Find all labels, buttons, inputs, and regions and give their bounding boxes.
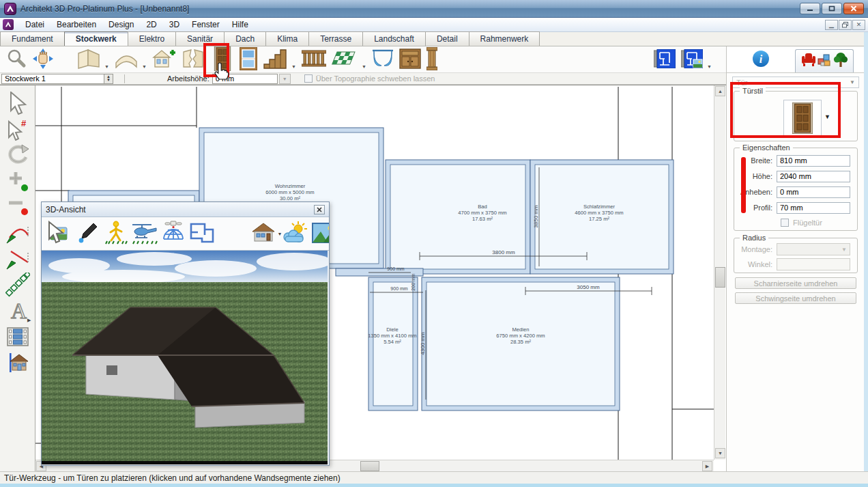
tab-sanitaer[interactable]: Sanitär: [175, 31, 225, 46]
plan-3d-dropdown-arrow[interactable]: ▼: [706, 47, 712, 72]
viewer-select-button[interactable]: [44, 219, 73, 248]
breite-input[interactable]: [777, 155, 850, 167]
scroll-thumb[interactable]: [360, 461, 379, 471]
pan-tool-button[interactable]: [30, 47, 56, 72]
fluegeltuer-checkbox[interactable]: [781, 219, 789, 227]
anheben-input[interactable]: [777, 186, 850, 198]
animation-tool-button[interactable]: [3, 324, 33, 350]
viewer-3d-render[interactable]: [42, 250, 329, 464]
flip-swing-button[interactable]: Schwingseite umdrehen: [735, 292, 856, 304]
railing-icon: [302, 49, 326, 70]
flooring-dropdown-arrow[interactable]: ▼: [361, 47, 367, 72]
viewer-eyedropper-button[interactable]: [73, 219, 102, 248]
floor-level-value: Stockwerk 1: [5, 74, 46, 83]
house-icon: [250, 221, 278, 247]
work-height-dropdown-arrow[interactable]: ▼: [279, 74, 291, 84]
viewer-helicopter-button[interactable]: [130, 219, 159, 248]
menu-hilfe[interactable]: Hilfe: [226, 18, 255, 31]
multi-copy-tool-button[interactable]: [3, 273, 33, 298]
plan-view-button[interactable]: [652, 47, 678, 72]
zoom-tool-button[interactable]: [4, 47, 29, 72]
tab-object-library[interactable]: [795, 49, 854, 72]
stairs-tool-button[interactable]: [261, 47, 289, 72]
tab-terrasse[interactable]: Terrasse: [308, 31, 363, 46]
viewer-daylight-button[interactable]: [280, 219, 309, 248]
add-point-tool-button[interactable]: [3, 169, 33, 195]
canvas-vertical-scrollbar[interactable]: ▲ ▼: [714, 85, 725, 460]
tab-stockwerk[interactable]: Stockwerk: [64, 31, 128, 46]
tab-klima[interactable]: Klima: [265, 31, 309, 46]
curtain-tool-button[interactable]: [370, 47, 396, 72]
wall-break-tool-button[interactable]: [180, 47, 206, 72]
chevron-down-icon: ▼: [850, 79, 855, 85]
mdi-minimize-button[interactable]: ▁: [825, 20, 838, 30]
tab-elektro[interactable]: Elektro: [128, 31, 176, 46]
scroll-up-arrow[interactable]: ▲: [715, 86, 725, 96]
curved-wall-dropdown-arrow[interactable]: ▼: [141, 47, 147, 72]
menu-bearbeiten[interactable]: Bearbeiten: [50, 18, 102, 31]
select-tool-button[interactable]: [3, 91, 33, 117]
stairs-dropdown-arrow[interactable]: ▼: [291, 47, 297, 72]
edit-arc-tool-button[interactable]: [3, 221, 33, 247]
minimize-button[interactable]: [800, 3, 820, 14]
profil-input[interactable]: [777, 202, 850, 214]
viewer-3d-titlebar[interactable]: 3D-Ansicht: [42, 202, 329, 217]
scroll-down-arrow[interactable]: ▼: [715, 448, 725, 458]
viewer-close-button[interactable]: [314, 205, 325, 214]
add-room-tool-button[interactable]: [150, 47, 179, 72]
door-style-dropdown-arrow[interactable]: ▼: [824, 113, 830, 120]
mdi-restore-button[interactable]: [839, 20, 852, 30]
menu-design[interactable]: Design: [102, 18, 140, 31]
tab-detail[interactable]: Detail: [425, 31, 469, 46]
viewer-background-button[interactable]: [309, 219, 329, 248]
menu-3d[interactable]: 3D: [163, 18, 186, 31]
tab-dach[interactable]: Dach: [224, 31, 266, 46]
scroll-right-arrow[interactable]: ▶: [702, 461, 712, 471]
text-submenu-arrow[interactable]: ▶: [27, 318, 31, 323]
flip-hinge-button[interactable]: Scharnierseite umdrehen: [735, 277, 856, 289]
wall-tool-button[interactable]: [75, 47, 102, 72]
menu-2d[interactable]: 2D: [140, 18, 162, 31]
hand-cursor-icon: [214, 62, 230, 82]
menu-fenster[interactable]: Fenster: [186, 18, 226, 31]
wall-dropdown-arrow[interactable]: ▼: [104, 47, 110, 72]
tab-info[interactable]: i: [727, 50, 795, 70]
floor-level-spinner[interactable]: ▲▼: [104, 74, 113, 83]
flooring-tool-button[interactable]: [330, 47, 360, 72]
stairs-icon: [263, 48, 287, 72]
menu-datei[interactable]: Datei: [19, 18, 50, 31]
edit-segment-tool-button[interactable]: [3, 247, 33, 273]
dim-label: 3800 mm: [492, 249, 515, 255]
restore-button[interactable]: [822, 3, 842, 14]
topography-checkbox[interactable]: [304, 74, 313, 83]
text-tool-button[interactable]: A▶: [3, 298, 33, 324]
hoehe-input[interactable]: [777, 171, 850, 182]
select-group-tool-button[interactable]: #: [3, 117, 33, 143]
plan-tab-bar: Fundament Stockwerk Elektro Sanitär Dach…: [0, 32, 868, 46]
viewer-house-style-button[interactable]: ▼: [252, 219, 280, 248]
viewer-walkthrough-button[interactable]: [102, 219, 130, 248]
viewer-orbit-camera-button[interactable]: [159, 219, 188, 248]
window-tool-button[interactable]: [237, 47, 259, 72]
remove-point-tool-button[interactable]: [3, 195, 33, 221]
mdi-close-button[interactable]: ✕: [852, 20, 865, 30]
door-style-preview-button[interactable]: [783, 100, 822, 138]
tab-fundament[interactable]: Fundament: [0, 31, 65, 46]
tab-rahmenwerk[interactable]: Rahmenwerk: [469, 31, 540, 46]
plan-3d-view-button[interactable]: [679, 47, 705, 72]
house-view-tool-button[interactable]: [3, 350, 33, 376]
tab-landschaft[interactable]: Landschaft: [362, 31, 426, 46]
close-button[interactable]: [843, 3, 864, 14]
viewer-plan-view-button[interactable]: [188, 219, 216, 248]
door-style-icon: [792, 102, 813, 136]
rotate-tool-button[interactable]: [3, 143, 33, 169]
cabinet-tool-button[interactable]: [397, 47, 423, 72]
viewer-3d-window[interactable]: 3D-Ansicht ▼: [41, 201, 330, 466]
curved-wall-tool-button[interactable]: [113, 47, 140, 72]
scroll-thumb[interactable]: [715, 267, 725, 288]
viewer-3d-toolbar: ▼: [42, 217, 329, 250]
railing-tool-button[interactable]: [300, 47, 328, 72]
floor-level-select[interactable]: Stockwerk 1 ▲▼: [1, 74, 113, 84]
column-tool-button[interactable]: [424, 47, 439, 72]
wall-icon: [77, 48, 100, 71]
